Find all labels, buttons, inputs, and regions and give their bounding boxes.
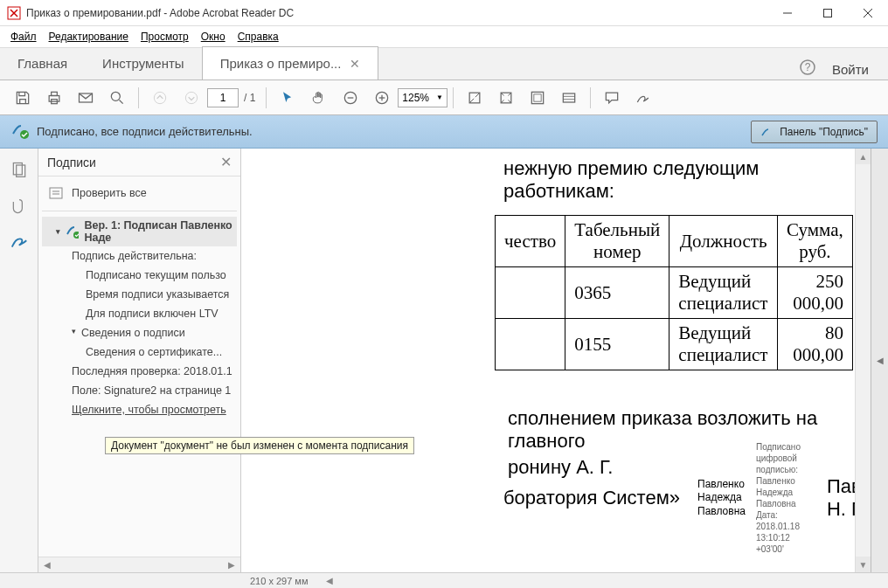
signature-cert[interactable]: Сведения о сертификате... [42,342,237,362]
svg-point-11 [111,92,120,100]
sig-name-block: Павленко Надежда Павловна [697,478,746,519]
menu-help[interactable]: Справка [232,29,284,45]
tab-close-icon[interactable]: ✕ [350,57,360,71]
window-title: Приказ о премировании.pdf - Adobe Acroba… [26,7,294,19]
th-amount: Сумма, руб. [777,216,852,267]
comment-icon[interactable] [596,82,628,114]
zoom-out-icon[interactable] [335,82,366,114]
page-up-icon[interactable] [144,82,176,114]
tab-tools[interactable]: Инструменты [85,46,202,80]
rail-thumbnails-icon[interactable] [9,159,30,180]
verify-all-button[interactable]: Проверить все [42,183,237,203]
bottom-scroll-left-icon[interactable]: ◀ [326,576,333,585]
signatures-panel-title: Подписи [47,156,96,169]
svg-rect-24 [563,93,574,102]
sidepanel-hscroll[interactable]: ◀ ▶ [38,557,240,572]
zoom-select[interactable]: 125%▼ [398,88,447,107]
signature-panel-button[interactable]: Панель "Подпись" [751,121,878,143]
save-icon[interactable] [7,82,38,114]
page-size-label: 210 x 297 мм [250,576,309,586]
signature-valid-icon [10,121,30,142]
chevron-down-icon: ▾ [56,227,60,236]
th-id: Табельный номер [565,216,669,267]
tab-bar: Главная Инструменты Приказ о премиро... … [0,47,888,80]
menu-edit[interactable]: Редактирование [44,29,134,45]
signature-details-item[interactable]: ▾Сведения о подписи [42,323,237,342]
table-header-row: чество Табельный номер Должность Сумма, … [496,216,853,267]
rail-signatures-icon[interactable] [9,232,30,253]
right-collapse-strip[interactable]: ◀ [871,149,888,572]
page-total-label: / 1 [239,92,260,104]
signature-time: Время подписи указывается [42,285,237,304]
svg-rect-30 [50,188,62,198]
svg-rect-8 [52,92,58,95]
page-number-input[interactable] [207,88,239,107]
signature-ltv: Для подписи включен LTV [42,304,237,323]
toolbar: / 1 125%▼ [0,80,888,115]
menu-file[interactable]: Файл [5,29,42,45]
zoom-in-icon[interactable] [366,82,398,114]
svg-rect-7 [49,95,59,101]
table-row: 0155 Ведущий специалист 80 000,00 [496,319,853,370]
th-patronymic: чество [496,216,565,267]
login-button[interactable]: Войти [832,62,869,77]
doc-vscroll[interactable]: ▲ ▼ [855,149,871,572]
print-icon[interactable] [38,82,70,114]
tab-document[interactable]: Приказ о премиро... ✕ [202,46,379,80]
menu-view[interactable]: Просмотр [135,29,194,45]
page-down-icon[interactable] [176,82,207,114]
fit-page-icon[interactable] [490,82,522,114]
bottom-doc: 210 x 297 мм ◀ [241,572,888,588]
signature-lastcheck: Последняя проверка: 2018.01.1 [42,362,237,381]
menu-bar: Файл Редактирование Просмотр Окно Справк… [0,26,888,47]
left-rail [0,149,38,572]
signatures-panel-close-icon[interactable]: ✕ [220,154,232,170]
table-row: 0365 Ведущий специалист 250 000,00 [496,267,853,319]
svg-text:?: ? [805,61,811,73]
signature-status-text: Подписано, все подписи действительны. [37,125,253,138]
title-bar: Приказ о премировании.pdf - Adobe Acroba… [0,0,888,26]
title-bar-left: Приказ о премировании.pdf - Adobe Acroba… [7,6,294,20]
signature-click-link[interactable]: Щелкните, чтобы просмотреть [42,400,237,419]
arrow-pointer-icon[interactable] [272,82,303,114]
doc-line1: нежную премию следующим работникам: [241,156,853,204]
window-controls [767,0,888,26]
svg-rect-2 [824,9,832,17]
signature-valid-label: Подпись действительна: [42,246,237,266]
rail-attachments-icon[interactable] [9,196,30,217]
th-position: Должность [669,216,778,267]
doc-org: боратория Систем» [241,487,680,509]
main-area: Подписи ✕ Проверить все ▾ Вер. 1: Подпис… [0,149,888,572]
tooltip: Документ "документ" не был изменен с мом… [105,437,414,454]
svg-point-14 [185,92,197,103]
minimize-button[interactable] [767,0,808,26]
app-icon [7,6,21,20]
signature-signed-by: Подписано текущим пользо [42,266,237,285]
scroll-left-icon[interactable]: ◀ [40,560,54,570]
signature-field: Поле: Signature2 на странице 1 [42,381,237,400]
doc-table: чество Табельный номер Должность Сумма, … [495,215,853,370]
signatures-panel: Подписи ✕ Проверить все ▾ Вер. 1: Подпис… [38,149,241,572]
document-view[interactable]: нежную премию следующим работникам: чест… [241,149,871,572]
maximize-button[interactable] [808,0,848,26]
view-icon[interactable] [522,82,553,114]
page-view-icon[interactable] [553,82,585,114]
svg-rect-22 [531,92,543,103]
tab-document-label: Приказ о премиро... [220,56,342,71]
help-icon[interactable]: ? [799,59,816,80]
scroll-down-icon[interactable]: ▼ [856,557,871,572]
bottom-bar: 210 x 297 мм ◀ [0,572,888,588]
close-button[interactable] [848,0,888,26]
search-icon[interactable] [101,82,133,114]
scroll-up-icon[interactable]: ▲ [856,149,871,164]
signature-revision-item[interactable]: ▾ Вер. 1: Подписан Павленко Наде [42,217,237,246]
signature-status-bar: Подписано, все подписи действительны. Па… [0,115,888,149]
fit-width-icon[interactable] [459,82,490,114]
hand-icon[interactable] [303,82,335,114]
tab-home[interactable]: Главная [0,46,85,80]
scroll-right-icon[interactable]: ▶ [225,560,239,570]
svg-rect-23 [534,93,541,100]
sign-icon[interactable] [628,82,659,114]
email-icon[interactable] [70,82,101,114]
menu-window[interactable]: Окно [196,29,231,45]
